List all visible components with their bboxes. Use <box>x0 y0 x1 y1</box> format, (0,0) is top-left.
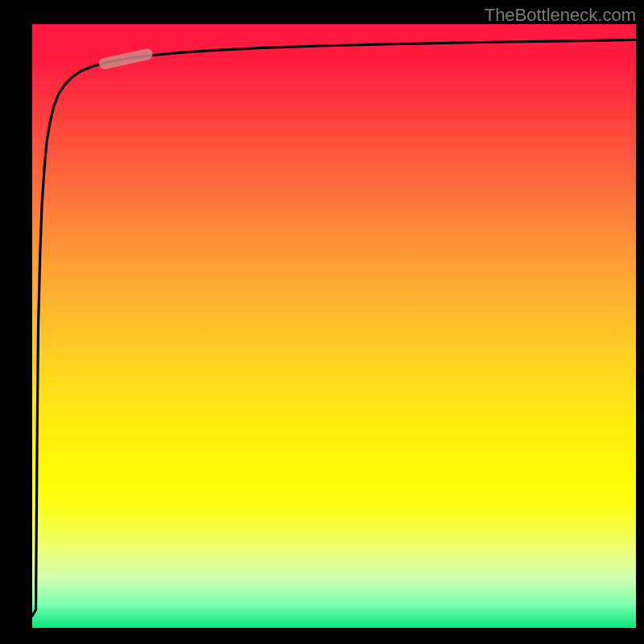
attribution-text: TheBottleneck.com <box>485 5 636 26</box>
chart-curve-path <box>32 40 636 617</box>
chart-highlight-segment <box>105 55 147 64</box>
chart-plot-area <box>32 24 636 628</box>
chart-curve-svg <box>32 24 636 628</box>
